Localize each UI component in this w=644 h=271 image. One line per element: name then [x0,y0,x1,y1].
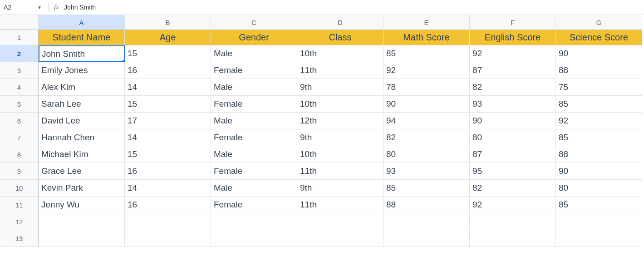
cell-C8[interactable]: Male [211,146,297,163]
cell-D8[interactable]: 10th [297,146,383,163]
column-header-B[interactable]: B [125,15,211,30]
column-header-D[interactable]: D [297,15,383,30]
cell-F4[interactable]: 82 [470,79,556,96]
cell-G3[interactable]: 88 [556,62,642,79]
cell-C2[interactable]: Male [211,45,297,62]
column-header-C[interactable]: C [211,15,297,30]
cell-B1[interactable]: Age [125,30,211,45]
cell-B13[interactable] [125,230,211,247]
cell-C6[interactable]: Male [211,113,297,129]
cell-E2[interactable]: 85 [383,45,470,62]
cell-G2[interactable]: 90 [556,45,642,62]
cell-F2[interactable]: 92 [470,45,556,62]
cell-A6[interactable]: David Lee [39,113,125,129]
cell-E9[interactable]: 93 [383,163,470,180]
selection-handle[interactable] [123,60,125,62]
cell-A1[interactable]: Student Name [39,30,125,45]
cell-D9[interactable]: 11th [297,163,383,180]
cell-A4[interactable]: Alex Kim [39,79,125,96]
cell-F9[interactable]: 95 [470,163,556,180]
cell-C10[interactable]: Male [211,180,297,197]
cell-F7[interactable]: 80 [470,129,556,146]
row-header-9[interactable]: 9 [0,163,39,180]
cell-B7[interactable]: 14 [125,129,211,146]
row-header-10[interactable]: 10 [0,180,39,197]
cell-G12[interactable] [556,213,642,230]
cell-C9[interactable]: Female [211,163,297,180]
cell-F13[interactable] [470,230,556,247]
cell-B12[interactable] [125,213,211,230]
cell-C13[interactable] [211,230,297,247]
cell-F10[interactable]: 82 [470,180,556,197]
cell-E1[interactable]: Math Score [383,30,470,45]
cell-G4[interactable]: 75 [556,79,642,96]
cell-B10[interactable]: 14 [125,180,211,197]
cell-C5[interactable]: Female [211,96,297,113]
row-header-5[interactable]: 5 [0,96,39,113]
cell-D10[interactable]: 9th [297,180,383,197]
cell-F1[interactable]: English Score [470,30,556,45]
cell-B4[interactable]: 14 [125,79,211,96]
cell-C12[interactable] [211,213,297,230]
row-header-8[interactable]: 8 [0,146,39,163]
cell-B3[interactable]: 16 [125,62,211,79]
formula-input[interactable] [64,0,644,15]
cell-F11[interactable]: 92 [470,197,556,213]
row-header-2[interactable]: 2 [0,45,39,62]
cell-C4[interactable]: Male [211,79,297,96]
cell-G10[interactable]: 80 [556,180,642,197]
cell-A8[interactable]: Michael Kim [39,146,125,163]
cell-E11[interactable]: 88 [383,197,470,213]
cell-D6[interactable]: 12th [297,113,383,129]
cell-A5[interactable]: Sarah Lee [39,96,125,113]
cell-F3[interactable]: 87 [470,62,556,79]
column-header-F[interactable]: F [470,15,556,30]
cell-G11[interactable]: 85 [556,197,642,213]
cell-G13[interactable] [556,230,642,247]
cell-F8[interactable]: 87 [470,146,556,163]
cell-E10[interactable]: 85 [383,180,470,197]
cell-D5[interactable]: 10th [297,96,383,113]
cell-B9[interactable]: 16 [125,163,211,180]
cell-B5[interactable]: 15 [125,96,211,113]
cell-E12[interactable] [383,213,470,230]
row-header-6[interactable]: 6 [0,113,39,129]
cell-E6[interactable]: 94 [383,113,470,129]
row-header-4[interactable]: 4 [0,79,39,96]
cell-D2[interactable]: 10th [297,45,383,62]
cell-F5[interactable]: 93 [470,96,556,113]
cell-D4[interactable]: 9th [297,79,383,96]
cell-E8[interactable]: 80 [383,146,470,163]
cell-B11[interactable]: 16 [125,197,211,213]
column-header-G[interactable]: G [556,15,642,30]
column-header-A[interactable]: A [39,15,125,30]
row-header-7[interactable]: 7 [0,129,39,146]
cell-B2[interactable]: 15 [125,45,211,62]
cell-A2[interactable]: John Smith [39,45,125,62]
cell-A3[interactable]: Emily Jones [39,62,125,79]
cell-A11[interactable]: Jenny Wu [39,197,125,213]
cell-G7[interactable]: 85 [556,129,642,146]
cell-D1[interactable]: Class [297,30,383,45]
cell-E4[interactable]: 78 [383,79,470,96]
cell-A7[interactable]: Hannah Chen [39,129,125,146]
cell-E3[interactable]: 92 [383,62,470,79]
chevron-down-icon[interactable]: ▼ [37,5,42,10]
cell-G1[interactable]: Science Score [556,30,642,45]
cell-G6[interactable]: 92 [556,113,642,129]
name-box[interactable]: A2 ▼ [0,0,45,15]
cell-F12[interactable] [470,213,556,230]
cell-C11[interactable]: Female [211,197,297,213]
cell-E13[interactable] [383,230,470,247]
cell-G8[interactable]: 88 [556,146,642,163]
cell-A12[interactable] [39,213,125,230]
cell-A10[interactable]: Kevin Park [39,180,125,197]
row-header-1[interactable]: 1 [0,30,39,45]
cell-D13[interactable] [297,230,383,247]
cell-F6[interactable]: 90 [470,113,556,129]
spreadsheet-grid[interactable]: ABCDEFG1Student NameAgeGenderClassMath S… [0,15,644,247]
cell-E5[interactable]: 90 [383,96,470,113]
cell-C7[interactable]: Female [211,129,297,146]
cell-B8[interactable]: 15 [125,146,211,163]
row-header-3[interactable]: 3 [0,62,39,79]
